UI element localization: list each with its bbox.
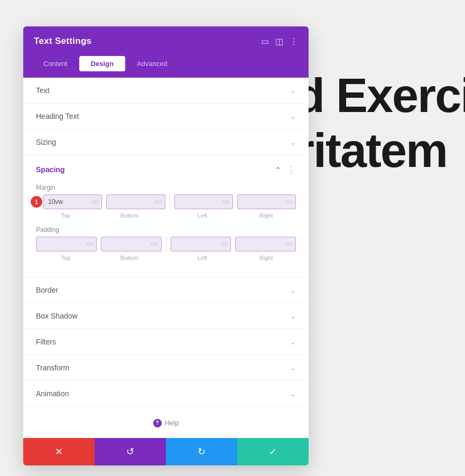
section-heading-text[interactable]: Heading Text ⌄ xyxy=(23,104,309,129)
margin-bottom-box: </> xyxy=(106,194,165,209)
redo-button[interactable]: ↻ xyxy=(166,438,237,465)
padding-field-row: </> </> </> </> xyxy=(36,237,296,251)
padding-labels-right: Left Right xyxy=(173,255,296,261)
chevron-border: ⌄ xyxy=(290,286,296,294)
margin-right-label: Right xyxy=(236,212,296,219)
margin-right-group: </> </> xyxy=(174,194,296,209)
chevron-heading: ⌄ xyxy=(290,113,296,120)
margin-labels-right: Left Right xyxy=(173,212,296,219)
help-icon: ? xyxy=(153,419,162,427)
help-link[interactable]: ? Help xyxy=(153,419,179,427)
chevron-filters: ⌄ xyxy=(290,338,296,346)
padding-field-labels: Top Bottom Left Right xyxy=(36,255,296,261)
section-transform-label: Transform xyxy=(36,363,69,372)
more-icon[interactable]: ⋮ xyxy=(290,36,298,46)
padding-bottom-label: Bottom xyxy=(100,255,160,261)
tab-design[interactable]: Design xyxy=(79,56,125,71)
save-button[interactable]: ✓ xyxy=(237,438,309,465)
chevron-spacing: ⌃ xyxy=(275,166,281,174)
code-icon-margin-top: </> xyxy=(91,199,99,205)
margin-label: Margin xyxy=(36,184,296,191)
section-box-shadow-label: Box Shadow xyxy=(36,312,78,320)
panel-header: Text Settings ▭ ◫ ⋮ xyxy=(23,26,309,56)
code-icon-padding-bottom: </> xyxy=(151,241,158,247)
panel-body: Text ⌄ Heading Text ⌄ Sizing ⌄ Spacing ⌃… xyxy=(23,78,309,438)
code-icon-padding-top: </> xyxy=(86,241,93,247)
text-settings-panel: Text Settings ▭ ◫ ⋮ Content Design Advan… xyxy=(23,26,309,465)
spacing-more-icon[interactable]: ⋮ xyxy=(286,164,296,175)
chevron-text: ⌄ xyxy=(290,87,296,95)
margin-badge: 1 xyxy=(31,196,42,208)
padding-right-group: </> </> xyxy=(171,237,296,251)
section-sizing[interactable]: Sizing ⌄ xyxy=(23,129,309,155)
padding-right-label: Right xyxy=(236,255,296,261)
chevron-animation: ⌄ xyxy=(290,390,296,398)
code-icon-margin-left: </> xyxy=(222,199,229,205)
code-icon-padding-right: </> xyxy=(285,241,293,247)
padding-left-box: </> xyxy=(171,237,231,251)
help-label: Help xyxy=(165,419,179,427)
margin-field-labels: Top Bottom Left Right xyxy=(36,212,296,219)
section-animation[interactable]: Animation ⌄ xyxy=(23,381,309,407)
padding-left-label: Left xyxy=(173,255,232,261)
margin-right-box: </> xyxy=(237,194,296,209)
code-icon-padding-left: </> xyxy=(220,241,228,247)
section-text[interactable]: Text ⌄ xyxy=(23,78,309,104)
padding-right-box: </> xyxy=(235,237,296,251)
tab-content[interactable]: Content xyxy=(32,56,79,71)
section-transform[interactable]: Transform ⌄ xyxy=(23,355,309,381)
divider-padding xyxy=(166,237,166,251)
section-box-shadow[interactable]: Box Shadow ⌄ xyxy=(23,303,309,329)
help-row: ? Help xyxy=(23,407,309,438)
margin-top-box: </> xyxy=(43,194,102,209)
spacing-title: Spacing xyxy=(36,165,64,174)
margin-labels-left: Top Bottom xyxy=(36,212,160,219)
section-filters[interactable]: Filters ⌄ xyxy=(23,329,309,355)
spacing-header[interactable]: Spacing ⌃ ⋮ xyxy=(36,164,296,175)
spacing-section: Spacing ⌃ ⋮ Margin 1 </> xyxy=(23,155,309,277)
chevron-sizing: ⌄ xyxy=(290,138,296,146)
spacing-controls: ⌃ ⋮ xyxy=(275,164,296,175)
section-border[interactable]: Border ⌄ xyxy=(23,277,309,303)
tab-advanced[interactable]: Advanced xyxy=(125,56,179,71)
padding-labels-left: Top Bottom xyxy=(36,255,160,261)
screen-icon[interactable]: ▭ xyxy=(261,36,269,46)
margin-left-box: </> xyxy=(174,194,233,209)
section-text-label: Text xyxy=(36,86,50,95)
margin-left-label: Left xyxy=(173,212,232,219)
code-icon-margin-bottom: </> xyxy=(154,199,162,205)
padding-left-group: </> </> xyxy=(36,237,162,251)
margin-top-label: Top xyxy=(36,212,96,219)
section-sizing-label: Sizing xyxy=(36,138,56,146)
header-icons: ▭ ◫ ⋮ xyxy=(261,36,298,46)
padding-top-box: </> xyxy=(36,237,97,251)
columns-icon[interactable]: ◫ xyxy=(275,36,283,46)
panel-tabs: Content Design Advanced xyxy=(23,56,309,78)
margin-row-wrapper: 1 </> </> xyxy=(36,194,296,209)
padding-bottom-box: </> xyxy=(101,237,162,251)
padding-label: Padding xyxy=(36,226,296,234)
section-border-label: Border xyxy=(36,286,58,294)
cancel-button[interactable]: ✕ xyxy=(23,438,95,465)
margin-left-group: </> </> xyxy=(43,194,165,209)
margin-bottom-label: Bottom xyxy=(100,212,160,219)
panel-footer: ✕ ↺ ↻ ✓ xyxy=(23,438,309,465)
divider-margin xyxy=(170,194,170,209)
margin-field-row: </> </> </> xyxy=(43,194,296,209)
code-icon-margin-right: </> xyxy=(285,199,293,205)
padding-top-label: Top xyxy=(36,255,96,261)
section-filters-label: Filters xyxy=(36,338,56,346)
background-text: d Exerci ritatem xyxy=(296,69,465,178)
section-animation-label: Animation xyxy=(36,389,69,398)
section-heading-text-label: Heading Text xyxy=(36,112,79,120)
panel-title: Text Settings xyxy=(34,36,91,46)
chevron-transform: ⌄ xyxy=(290,364,296,372)
undo-button[interactable]: ↺ xyxy=(95,438,166,465)
chevron-box-shadow: ⌄ xyxy=(290,312,296,320)
